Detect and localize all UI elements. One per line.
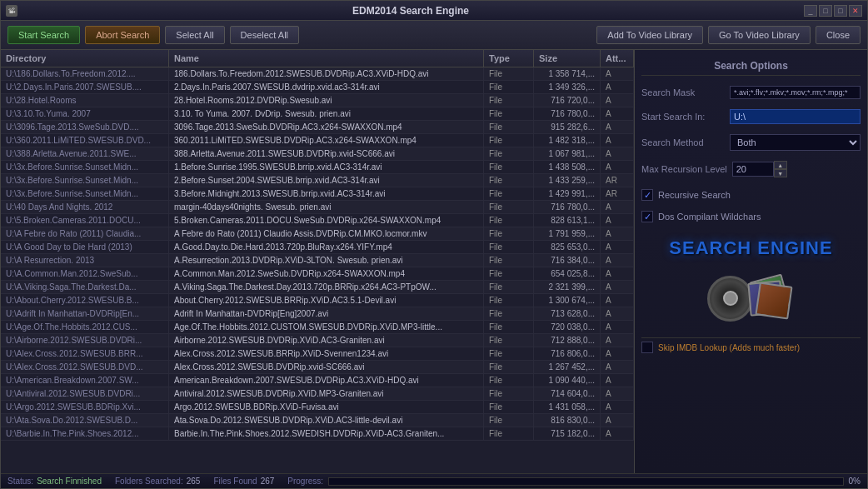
main-window: 📽 EDM2014 Search Engine _ □ □ ✕ Start Se… xyxy=(0,0,868,489)
spin-buttons: ▲ ▼ xyxy=(774,161,787,177)
cell-att: A xyxy=(601,401,634,413)
cell-name: Age.Of.The.Hobbits.2012.CUSTOM.SWESUB.DV… xyxy=(169,321,484,333)
cell-directory: U:\3x.Before.Sunrise.Sunset.Midn... xyxy=(1,161,169,173)
go-to-library-button[interactable]: Go To Video Library xyxy=(708,26,811,44)
table-row[interactable]: U:\Adrift In Manhattan-DVDRip[En... Adri… xyxy=(1,307,634,321)
cell-directory: U:\Ata.Sova.Do.2012.SWESUB.D... xyxy=(1,414,169,427)
cell-name: A.Viking.Saga.The.Darkest.Day.2013.720p.… xyxy=(169,281,484,293)
table-row[interactable]: U:\3x.Before.Sunrise.Sunset.Midn... 2.Be… xyxy=(1,174,634,187)
cell-size: 828 613,1... xyxy=(534,214,601,227)
progress-label: Progress: xyxy=(287,477,323,486)
max-recursion-row: Max Recursion Level ▲ ▼ xyxy=(641,161,861,177)
dos-compilant-checkbox[interactable]: ✓ xyxy=(641,211,653,222)
maximize-button[interactable]: □ xyxy=(834,5,847,17)
search-mask-input[interactable] xyxy=(730,86,861,99)
table-row[interactable]: U:\3.10.To.Yuma. 2007 3.10. To Yuma. 200… xyxy=(1,107,634,121)
table-row[interactable]: U:\Age.Of.The.Hobbits.2012.CUS... Age.Of… xyxy=(1,321,634,334)
close-title-button[interactable]: ✕ xyxy=(849,5,862,17)
spin-down-button[interactable]: ▼ xyxy=(774,169,787,177)
cell-name: 2.Before.Sunset.2004.SWESUB.brrip.xvid.A… xyxy=(169,174,484,187)
cell-size: 714 604,0... xyxy=(534,387,601,400)
cell-size: 825 653,0... xyxy=(534,241,601,253)
cell-type: File xyxy=(484,347,534,360)
table-row[interactable]: U:\Alex.Cross.2012.SWESUB.DVD... Alex.Cr… xyxy=(1,361,634,374)
table-row[interactable]: U:\Argo.2012.SWESUB.BDRip.Xvi... Argo.20… xyxy=(1,401,634,414)
table-row[interactable]: U:\Alex.Cross.2012.SWESUB.BRR... Alex.Cr… xyxy=(1,347,634,361)
col-header-size: Size xyxy=(534,50,601,67)
cell-type: File xyxy=(484,227,534,240)
spin-up-button[interactable]: ▲ xyxy=(774,161,787,169)
table-row[interactable]: U:\A Resurrection. 2013 A.Resurrection.2… xyxy=(1,254,634,267)
film-icon-area xyxy=(641,269,861,327)
table-row[interactable]: U:\A.Viking.Saga.The.Darkest.Da... A.Vik… xyxy=(1,281,634,294)
cell-name: 3096.Tage.2013.SweSub.DVDRip.AC3.x264-SW… xyxy=(169,121,484,133)
max-recursion-input[interactable] xyxy=(732,162,774,177)
table-row[interactable]: U:\5.Broken.Cameras.2011.DOCU... 5.Broke… xyxy=(1,214,634,227)
cell-name: American.Breakdown.2007.SWESUB.DVDRip.AC… xyxy=(169,374,484,387)
cell-size: 1 349 326,... xyxy=(534,81,601,93)
cell-size: 1 431 058,... xyxy=(534,401,601,413)
cell-att: A xyxy=(601,267,634,280)
cell-directory: U:\5.Broken.Cameras.2011.DOCU... xyxy=(1,214,169,227)
table-row[interactable]: U:\2.Days.In.Paris.2007.SWESUB.... 2.Day… xyxy=(1,81,634,94)
cell-size: 2 321 399,... xyxy=(534,281,601,293)
recursive-search-checkbox[interactable]: ✓ xyxy=(641,189,653,201)
cell-directory: U:\Airborne.2012.SWESUB.DVDRi... xyxy=(1,334,169,347)
cell-name: Airborne.2012.SWESUB.DVDRip.XViD.AC3-Gra… xyxy=(169,334,484,347)
table-row[interactable]: U:\Ata.Sova.Do.2012.SWESUB.D... Ata.Sova… xyxy=(1,414,634,427)
cell-size: 1 791 959,... xyxy=(534,227,601,240)
table-row[interactable]: U:\388.Arletta.Avenue.2011.SWE... 388.Ar… xyxy=(1,147,634,161)
table-row[interactable]: U:\360.2011.LiMiTED.SWESUB.DVD... 360.20… xyxy=(1,134,634,147)
cell-directory: U:\A Resurrection. 2013 xyxy=(1,254,169,267)
table-row[interactable]: U:\A.Common.Man.2012.SweSub... A.Common.… xyxy=(1,267,634,281)
table-header: Directory Name Type Size Att... xyxy=(1,50,634,67)
table-row[interactable]: U:\3x.Before.Sunrise.Sunset.Midn... 1.Be… xyxy=(1,161,634,174)
table-row[interactable]: U:\186.Dollars.To.Freedom.2012.... 186.D… xyxy=(1,67,634,81)
cell-size: 1 267 452,... xyxy=(534,361,601,373)
cell-size: 1 438 508,... xyxy=(534,161,601,173)
folders-item: Folders Searched: 265 xyxy=(115,477,200,486)
table-row[interactable]: U:\A Febre do Rato (2011) Claudia... A F… xyxy=(1,227,634,241)
skip-imdb-checkbox[interactable] xyxy=(641,342,653,353)
cell-size: 1 429 991,... xyxy=(534,187,601,200)
cell-type: File xyxy=(484,147,534,160)
search-method-row: Search Method Both Name Only Path Only xyxy=(641,134,861,151)
table-row[interactable]: U:\40 Days And Nights. 2012 margin-40day… xyxy=(1,201,634,214)
cell-name: 186.Dollars.To.Freedom.2012.SWESUB.DVDRi… xyxy=(169,67,484,80)
table-row[interactable]: U:\American.Breakdown.2007.SW... America… xyxy=(1,374,634,387)
table-row[interactable]: U:\Antiviral.2012.SWESUB.DVDRi... Antivi… xyxy=(1,387,634,401)
skip-imdb-row: Skip IMDB Lookup (Adds much faster) xyxy=(641,337,861,357)
max-recursion-label: Max Recursion Level xyxy=(641,164,727,174)
table-row[interactable]: U:\3x.Before.Sunrise.Sunset.Midn... 3.Be… xyxy=(1,187,634,201)
select-all-button[interactable]: Select All xyxy=(165,26,224,44)
cell-name: Adrift In Manhattan-DVDRip[Eng]2007.avi xyxy=(169,307,484,320)
close-button[interactable]: Close xyxy=(816,26,861,44)
cell-name: margin-40days40nights. Swesub. prien.avi xyxy=(169,201,484,213)
search-method-select[interactable]: Both Name Only Path Only xyxy=(730,134,861,151)
file-table[interactable]: U:\186.Dollars.To.Freedom.2012.... 186.D… xyxy=(1,67,634,473)
cell-att: A xyxy=(601,294,634,307)
col-header-directory: Directory xyxy=(1,50,169,67)
start-search-button[interactable]: Start Search xyxy=(7,26,80,44)
table-row[interactable]: U:\Airborne.2012.SWESUB.DVDRi... Airborn… xyxy=(1,334,634,347)
deselect-all-button[interactable]: Deselect All xyxy=(230,26,299,44)
restore-button[interactable]: □ xyxy=(819,5,832,17)
minimize-button[interactable]: _ xyxy=(804,5,817,17)
table-row[interactable]: U:\Barbie.In.The.Pink.Shoes.2012... Barb… xyxy=(1,427,634,441)
start-search-in-input[interactable] xyxy=(730,109,861,124)
table-row[interactable]: U:\A Good Day to Die Hard (2013) A.Good.… xyxy=(1,241,634,254)
abort-search-button[interactable]: Abort Search xyxy=(85,26,160,44)
cell-att: A xyxy=(601,81,634,93)
cell-directory: U:\Barbie.In.The.Pink.Shoes.2012... xyxy=(1,427,169,440)
table-row[interactable]: U:\28.Hotel.Rooms 28.Hotel.Rooms.2012.DV… xyxy=(1,94,634,107)
cell-type: File xyxy=(484,427,534,440)
status-label: Status: xyxy=(7,477,33,486)
photo-stack-icon xyxy=(745,277,795,319)
search-mask-row: Search Mask xyxy=(641,86,861,99)
add-to-library-button[interactable]: Add To Video Library xyxy=(596,26,703,44)
cell-directory: U:\186.Dollars.To.Freedom.2012.... xyxy=(1,67,169,80)
table-row[interactable]: U:\3096.Tage.2013.SweSub.DVD.... 3096.Ta… xyxy=(1,121,634,134)
table-row[interactable]: U:\About.Cherry.2012.SWESUB.B... About.C… xyxy=(1,294,634,307)
cell-size: 1 300 674,... xyxy=(534,294,601,307)
search-mask-label: Search Mask xyxy=(641,87,725,97)
